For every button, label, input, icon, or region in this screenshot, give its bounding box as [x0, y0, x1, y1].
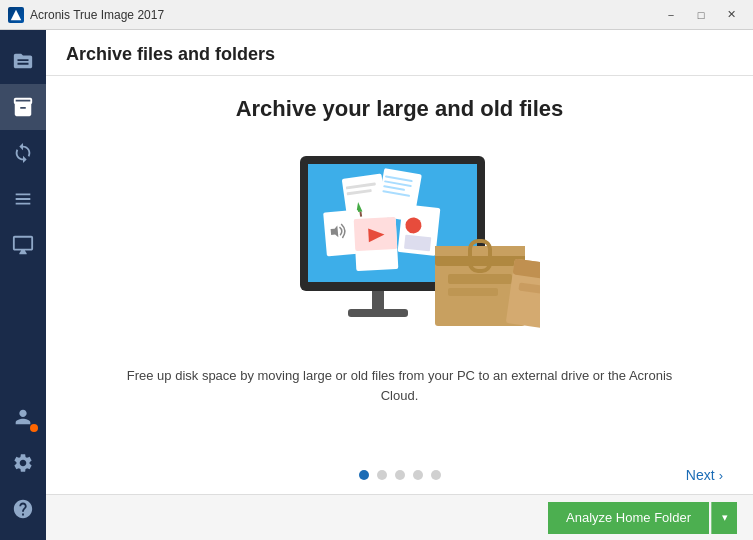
svg-rect-3 [348, 309, 408, 317]
sidebar-item-account[interactable] [0, 394, 46, 440]
main-heading: Archive your large and old files [236, 96, 564, 122]
sidebar-item-settings[interactable] [0, 440, 46, 486]
app-icon [8, 7, 24, 23]
clone-icon [12, 234, 34, 256]
svg-rect-24 [448, 288, 498, 296]
maximize-button[interactable]: □ [687, 5, 715, 25]
next-chevron-icon: › [719, 468, 723, 483]
dot-2[interactable] [377, 470, 387, 480]
titlebar-controls: − □ ✕ [657, 5, 745, 25]
sidebar-item-backup[interactable] [0, 38, 46, 84]
next-button[interactable]: Next › [676, 461, 733, 489]
svg-rect-2 [372, 291, 384, 311]
nav-bar: Next › [46, 456, 753, 494]
pagination-dots [359, 470, 441, 480]
footer: Analyze Home Folder ▾ [46, 494, 753, 540]
page-title: Archive files and folders [66, 44, 733, 65]
notification-dot [30, 424, 38, 432]
sidebar-item-sync[interactable] [0, 130, 46, 176]
svg-rect-23 [448, 274, 512, 284]
content-area: Archive files and folders Archive your l… [46, 30, 753, 540]
dot-5[interactable] [431, 470, 441, 480]
dropdown-chevron-icon: ▾ [722, 511, 728, 524]
titlebar: Acronis True Image 2017 − □ ✕ [0, 0, 753, 30]
sidebar-item-clone[interactable] [0, 222, 46, 268]
help-icon [12, 498, 34, 520]
tools-icon [12, 188, 34, 210]
minimize-button[interactable]: − [657, 5, 685, 25]
backup-icon [12, 50, 34, 72]
close-button[interactable]: ✕ [717, 5, 745, 25]
main-content: Archive your large and old files [46, 76, 753, 456]
dot-3[interactable] [395, 470, 405, 480]
sidebar-bottom [0, 394, 46, 532]
archive-icon [12, 96, 34, 118]
dot-1[interactable] [359, 470, 369, 480]
svg-rect-16 [403, 235, 430, 252]
svg-rect-22 [435, 246, 525, 256]
analyze-dropdown-button[interactable]: ▾ [711, 502, 737, 534]
sidebar [0, 30, 46, 540]
sidebar-item-archive[interactable] [0, 84, 46, 130]
sidebar-item-tools[interactable] [0, 176, 46, 222]
sidebar-item-help[interactable] [0, 486, 46, 532]
illustration [260, 146, 540, 346]
analyze-button[interactable]: Analyze Home Folder [548, 502, 709, 534]
app-body: Archive files and folders Archive your l… [0, 30, 753, 540]
titlebar-left: Acronis True Image 2017 [8, 7, 164, 23]
content-header: Archive files and folders [46, 30, 753, 76]
settings-icon [12, 452, 34, 474]
sync-icon [12, 142, 34, 164]
next-label: Next [686, 467, 715, 483]
titlebar-title: Acronis True Image 2017 [30, 8, 164, 22]
dot-4[interactable] [413, 470, 423, 480]
description-text: Free up disk space by moving large or ol… [110, 366, 690, 405]
